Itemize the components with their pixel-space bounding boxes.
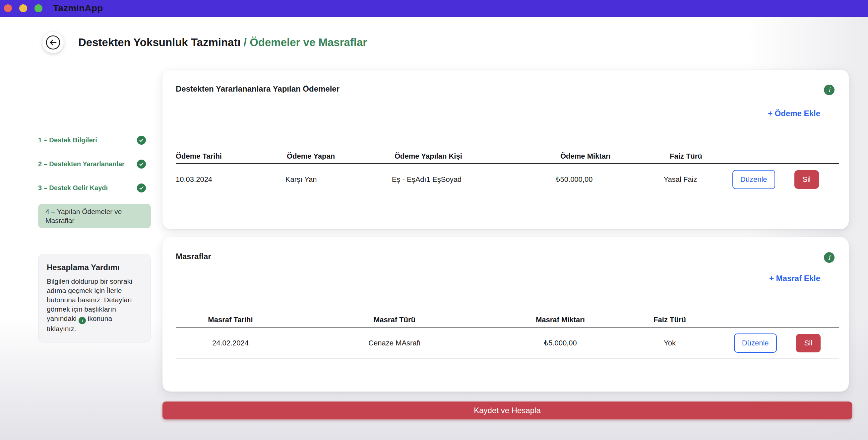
expense-date-cell: 24.02.2024: [176, 339, 285, 347]
payments-table-header: Ödeme Tarihi Ödeme Yapan Ödeme Yapılan K…: [176, 149, 839, 164]
delete-expense-button[interactable]: Sil: [796, 334, 820, 352]
payment-amount-cell: ₺50.000,00: [556, 175, 664, 184]
edit-payment-button[interactable]: Düzenle: [733, 170, 775, 189]
step-label: 4 – Yapılan Ödemeler ve Masraflar: [45, 207, 144, 225]
app-window: TazminApp Destekten Yoksunluk Tazminatı …: [0, 0, 868, 440]
check-circle-icon: [137, 183, 146, 193]
titlebar: TazminApp: [0, 0, 868, 17]
sidebar-step-3[interactable]: 3 – Destek Gelir Kaydı: [38, 183, 146, 193]
info-icon: i: [79, 317, 86, 324]
help-body: Bilgileri doldurup bir sonraki adıma geç…: [47, 277, 142, 333]
payment-payer-cell: Karşı Yan: [285, 175, 392, 184]
app-title: TazminApp: [53, 3, 103, 13]
minimize-window-button[interactable]: [19, 4, 27, 12]
page-header: Destekten Yoksunluk Tazminatı / Ödemeler…: [42, 32, 367, 53]
check-circle-icon: [137, 159, 146, 169]
column-header: Faiz Türü: [617, 316, 723, 324]
add-expense-button[interactable]: + Masraf Ekle: [769, 274, 820, 283]
payments-card-title: Destekten Yararlananlara Yapılan Ödemele…: [176, 84, 340, 94]
expenses-table-header: Masraf Tarihi Masraf Türü Masraf Miktarı…: [176, 313, 839, 327]
info-icon[interactable]: i: [824, 252, 835, 263]
payments-table-row: 10.03.2024 Karşı Yan Eş - EşAdı1 EşSoyad…: [176, 164, 839, 195]
sidebar-step-1[interactable]: 1 – Destek Bilgileri: [38, 136, 146, 145]
column-header: Masraf Tarihi: [176, 316, 285, 324]
help-title: Hesaplama Yardımı: [47, 263, 142, 272]
close-window-button[interactable]: [4, 4, 12, 12]
step-label: 1 – Destek Bilgileri: [38, 136, 97, 144]
expense-interest-cell: Yok: [617, 339, 723, 347]
column-header: Ödeme Tarihi: [176, 152, 287, 160]
column-header: Faiz Türü: [670, 152, 739, 160]
step-label: 2 – Destekten Yararlananlar: [38, 160, 125, 168]
expense-type-cell: Cenaze MAsrafı: [285, 339, 504, 347]
add-payment-button[interactable]: + Ödeme Ekle: [768, 109, 820, 118]
expenses-card: Masraflar i + Masraf Ekle Masraf Tarihi …: [162, 237, 849, 391]
expenses-table: Masraf Tarihi Masraf Türü Masraf Miktarı…: [176, 313, 839, 359]
page-title-main: Destekten Yoksunluk Tazminatı: [78, 36, 241, 49]
payments-card: Destekten Yararlananlara Yapılan Ödemele…: [162, 70, 849, 229]
column-header: Ödeme Yapılan Kişi: [395, 152, 560, 160]
window-controls: [0, 4, 42, 12]
column-header: Ödeme Miktarı: [560, 152, 670, 160]
breadcrumb: / Ödemeler ve Masraflar: [244, 36, 367, 49]
column-header: Ödeme Yapan: [287, 152, 395, 160]
delete-payment-button[interactable]: Sil: [795, 170, 819, 189]
check-circle-icon: [137, 136, 146, 145]
save-and-calculate-button[interactable]: Kaydet ve Hesapla: [162, 402, 852, 419]
maximize-window-button[interactable]: [34, 4, 42, 12]
payment-interest-cell: Yasal Faiz: [663, 175, 732, 184]
expense-amount-cell: ₺5.000,00: [504, 339, 617, 347]
column-header: Masraf Miktarı: [504, 316, 617, 324]
help-box: Hesaplama Yardımı Bilgileri doldurup bir…: [38, 254, 151, 343]
back-button[interactable]: [42, 32, 64, 53]
page-title: Destekten Yoksunluk Tazminatı / Ödemeler…: [78, 36, 367, 49]
column-header: Masraf Türü: [285, 316, 504, 324]
sidebar-step-2[interactable]: 2 – Destekten Yararlananlar: [38, 159, 146, 169]
info-icon[interactable]: i: [824, 85, 835, 95]
expenses-table-row: 24.02.2024 Cenaze MAsrafı ₺5.000,00 Yok …: [176, 327, 839, 359]
expenses-card-title: Masraflar: [176, 252, 211, 261]
arrow-left-circle-icon: [45, 35, 61, 50]
step-label: 3 – Destek Gelir Kaydı: [38, 184, 108, 192]
payment-payee-cell: Eş - EşAdı1 EşSoyad: [392, 175, 556, 184]
payment-date-cell: 10.03.2024: [176, 175, 285, 184]
payments-table: Ödeme Tarihi Ödeme Yapan Ödeme Yapılan K…: [176, 149, 839, 195]
edit-expense-button[interactable]: Düzenle: [734, 333, 777, 353]
sidebar-step-4-active[interactable]: 4 – Yapılan Ödemeler ve Masraflar: [38, 204, 151, 228]
